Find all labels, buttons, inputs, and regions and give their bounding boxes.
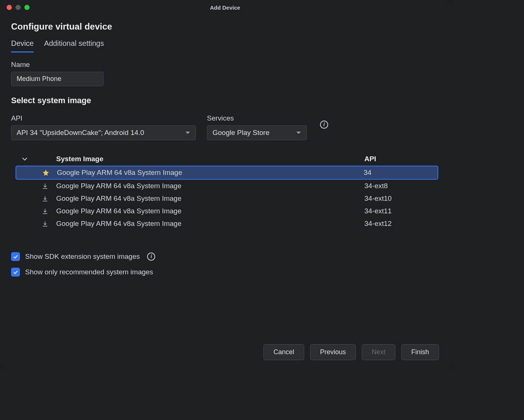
tab-additional-settings[interactable]: Additional settings [44,39,104,52]
download-icon [34,208,56,214]
chevron-down-icon [185,131,190,135]
name-input[interactable] [11,72,103,86]
table-header: System Image API [16,153,438,166]
table-row[interactable]: Google Play ARM 64 v8a System Image 34-e… [16,180,438,192]
row-name: Google Play ARM 64 v8a System Image [56,220,364,228]
download-icon [34,183,56,189]
checkbox-sdk-extension-label: Show SDK extension system images [25,253,140,261]
maximize-window-icon[interactable] [24,5,30,10]
download-icon [34,220,56,227]
close-window-icon[interactable] [7,5,12,10]
table-row[interactable]: Google Play ARM 64 v8a System Image 34-e… [16,217,438,230]
download-icon [34,195,56,202]
checkbox-recommended-label: Show only recommended system images [25,268,153,276]
info-icon[interactable]: i [147,253,155,261]
api-dropdown[interactable]: API 34 "UpsideDownCake"; Android 14.0 [11,125,196,140]
services-label: Services [207,114,307,122]
services-dropdown[interactable]: Google Play Store [207,125,307,140]
previous-button[interactable]: Previous [310,344,356,360]
row-api: 34 [364,169,438,177]
finish-button[interactable]: Finish [401,344,439,360]
name-label: Name [11,61,439,69]
column-system-image[interactable]: System Image [56,155,364,163]
window-title: Add Device [210,4,240,11]
footer-buttons: Cancel Previous Next Finish [0,336,450,370]
column-api[interactable]: API [364,155,438,163]
titlebar: Add Device [0,0,450,15]
check-icon [13,254,18,260]
row-name: Google Play ARM 64 v8a System Image [56,207,364,215]
checkbox-recommended[interactable] [11,268,20,277]
info-icon[interactable]: i [320,121,328,129]
next-button: Next [362,344,395,360]
dropdown-row: API API 34 "UpsideDownCake"; Android 14.… [11,111,439,140]
content-area: Configure virtual device Device Addition… [0,15,450,336]
cancel-button[interactable]: Cancel [263,344,304,360]
row-api: 34-ext10 [364,194,438,203]
row-name: Google Play ARM 64 v8a System Image [57,169,364,177]
checkbox-sdk-extension[interactable] [11,252,20,261]
row-api: 34-ext12 [364,220,438,228]
row-name: Google Play ARM 64 v8a System Image [56,182,364,190]
row-name: Google Play ARM 64 v8a System Image [56,194,364,203]
system-image-title: Select system image [11,96,439,105]
chevron-down-icon [296,131,301,135]
row-api: 34-ext11 [364,207,438,215]
page-title: Configure virtual device [11,21,439,32]
tab-device[interactable]: Device [11,39,34,52]
window-controls [7,5,30,10]
services-dropdown-value: Google Play Store [212,129,269,137]
tab-bar: Device Additional settings [11,39,439,52]
table-row[interactable]: Google Play ARM 64 v8a System Image 34-e… [16,192,438,205]
dialog-window: Add Device Configure virtual device Devi… [0,0,450,370]
api-dropdown-value: API 34 "UpsideDownCake"; Android 14.0 [17,129,144,137]
minimize-window-icon [16,5,21,10]
table-row[interactable]: Google Play ARM 64 v8a System Image 34-e… [16,205,438,217]
system-image-table: System Image API Google Play ARM 64 v8a … [16,153,438,230]
table-row[interactable]: Google Play ARM 64 v8a System Image 34 [16,166,438,180]
chevron-down-icon [22,157,27,161]
collapse-toggle[interactable] [16,157,34,161]
star-icon [35,169,57,176]
checkbox-group: Show SDK extension system images i Show … [11,252,439,277]
check-icon [13,269,18,275]
api-label: API [11,114,196,122]
row-api: 34-ext8 [364,182,438,190]
